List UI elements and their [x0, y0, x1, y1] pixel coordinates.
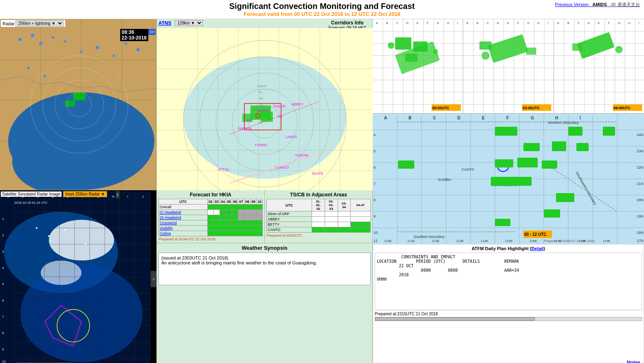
- synopsis-title: Weather Synopsis: [158, 245, 371, 251]
- svg-text:B: B: [409, 116, 411, 120]
- svg-text:113E: 113E: [456, 239, 464, 243]
- svg-text:GUAVA: GUAVA: [257, 108, 269, 112]
- svg-text:B: B: [477, 22, 479, 24]
- atfm-panel: ATFM Daily Plan Hightlight (Detail) CONS…: [373, 244, 644, 363]
- svg-rect-294: [517, 158, 538, 167]
- svg-rect-297: [556, 193, 574, 202]
- radar-dropdown[interactable]: 256km + lightning ▼: [15, 20, 64, 26]
- svg-point-15: [19, 38, 22, 41]
- svg-text:5: 5: [2, 282, 4, 286]
- svg-point-147: [388, 42, 394, 49]
- satellite-inset-button[interactable]: Inset 256km Radar ▼: [63, 191, 107, 197]
- atfm-prepared: Prepared at:2315UTC 21 Oct 2018: [375, 310, 642, 316]
- svg-text:6: 6: [374, 165, 376, 169]
- atns-dropdown[interactable]: 128km ▼: [175, 20, 203, 26]
- svg-text:FS: FS: [246, 119, 251, 123]
- svg-text:10: 10: [2, 360, 6, 363]
- svg-text:E: E: [482, 116, 485, 120]
- svg-point-19: [64, 40, 66, 43]
- headwind-25-link[interactable]: 25 Headwind: [160, 216, 181, 220]
- svg-rect-299: [495, 219, 510, 226]
- atns-link[interactable]: ATNS: [158, 20, 171, 26]
- svg-text:F: F: [608, 22, 609, 24]
- svg-rect-143: [395, 37, 411, 50]
- svg-text:115E: 115E: [505, 239, 513, 243]
- satellite-nav-arrow[interactable]: ›: [116, 191, 119, 198]
- radar-label: Radar: [2, 21, 15, 26]
- headwind-07-link[interactable]: 07 Headwind: [160, 210, 181, 214]
- satellite-nav-button[interactable]: ›: [151, 271, 156, 287]
- weather-synopsis-panel: Weather Synopsis (issued at 2303UTC 21 O…: [157, 243, 372, 363]
- svg-text:E: E: [507, 22, 509, 24]
- tscb-table: UTC 01-02-02 02-03-03 03-04 04-07 20nm o…: [266, 199, 371, 233]
- svg-text:11: 11: [374, 239, 378, 243]
- svg-text:B: B: [567, 22, 569, 24]
- svg-text:112E: 112E: [432, 239, 440, 243]
- svg-rect-288: [603, 127, 615, 136]
- svg-text:40: 40: [259, 121, 262, 124]
- visibility-link[interactable]: Visibility: [160, 226, 173, 230]
- svg-text:H: H: [555, 116, 558, 120]
- atfm-content: CONSTRAINTS AND IMPACT LOCATION PERIOD (…: [375, 253, 642, 310]
- svg-text:F: F: [506, 116, 509, 120]
- corridor-map-2: 03-06UTC A B C D E F G H I: [463, 19, 553, 113]
- svg-text:2: 2: [2, 233, 4, 237]
- atfm-scrollbar[interactable]: [375, 317, 642, 321]
- svg-text:G: G: [437, 22, 439, 24]
- svg-text:Northern Boundary: Northern Boundary: [548, 121, 579, 125]
- svg-text:B: B: [386, 22, 388, 24]
- svg-rect-293: [495, 159, 513, 167]
- svg-rect-178: [526, 48, 536, 55]
- svg-text:F: F: [427, 22, 429, 24]
- svg-text:H: H: [112, 195, 114, 198]
- crosswind-link[interactable]: Crosswind: [160, 221, 177, 225]
- table-row: Overall: [159, 205, 263, 210]
- middle-column: ATNS 128km ▼ Corridors Info Forecast: 09…: [157, 19, 373, 363]
- atns-map: 150km 90 80 70 60 50 40 ABBEY TAMAR: [157, 28, 372, 190]
- svg-text:I: I: [127, 195, 128, 198]
- previous-version-link[interactable]: Previous Version AMIDS 🏢 香港天文台: [555, 2, 640, 8]
- svg-text:9: 9: [374, 214, 376, 218]
- svg-rect-292: [398, 161, 414, 169]
- forecast-table: UTC 02 03 04 05 06 07 08 09 10: [158, 199, 263, 236]
- svg-point-24: [136, 48, 140, 51]
- table-row: Ceiling: [159, 231, 263, 236]
- svg-text:116E: 116E: [530, 239, 537, 243]
- svg-text:GAMBA: GAMBA: [438, 178, 451, 182]
- corridor-map-1: 00-03UTC A B C D E F G H I: [373, 19, 463, 113]
- svg-rect-4: [65, 101, 75, 107]
- forecast-map-panel: A B C D E F G H I 24N 23N 22N 21N 20N 19…: [373, 114, 644, 244]
- svg-text:00-03UTC: 00-03UTC: [433, 106, 450, 110]
- radar-panel: Radar 256km + lightning ▼: [0, 19, 156, 190]
- svg-text:ABBEY: ABBEY: [291, 102, 303, 106]
- radar-map-background: [0, 19, 156, 190]
- svg-text:5: 5: [374, 149, 376, 153]
- radar-nav-button[interactable]: >>: [148, 29, 156, 35]
- utc-header: UTC: [159, 199, 208, 205]
- svg-text:3: 3: [2, 250, 4, 253]
- svg-text:C: C: [487, 22, 489, 24]
- notes-link[interactable]: Notes: [627, 360, 640, 363]
- synopsis-text: (issued at 2303UTC 21 Oct 2018) An antic…: [158, 253, 371, 285]
- table-row: 25 Headwind: [159, 215, 263, 220]
- svg-text:YD: YD: [277, 114, 282, 119]
- svg-text:4: 4: [2, 266, 4, 270]
- right-column: 00-03UTC A B C D E F G H I: [373, 19, 644, 363]
- svg-rect-295: [542, 161, 557, 169]
- svg-point-77: [48, 235, 50, 237]
- atfm-content-wrapper: ATFM Daily Plan Hightlight (Detail) CONS…: [373, 244, 644, 323]
- corridor-images-row: 00-03UTC A B C D E F G H I: [373, 19, 644, 114]
- forecast-map-svg: A B C D E F G H I 24N 23N 22N 21N 20N 19…: [373, 114, 644, 244]
- svg-rect-290: [552, 141, 566, 151]
- ceiling-link[interactable]: Ceiling: [160, 231, 171, 235]
- svg-text:A: A: [466, 22, 468, 24]
- svg-text:9: 9: [2, 348, 4, 351]
- svg-text:22N: 22N: [637, 165, 644, 169]
- atfm-detail-link[interactable]: Detail: [531, 246, 543, 251]
- left-column: Radar 256km + lightning ▼: [0, 19, 157, 363]
- svg-text:20N: 20N: [637, 198, 644, 202]
- svg-text:6: 6: [2, 299, 4, 302]
- svg-text:H: H: [447, 22, 449, 24]
- satellite-header: Satellite Simulated Radar Image Inset 25…: [1, 191, 107, 197]
- corridors-title: Corridors Info: [324, 20, 371, 26]
